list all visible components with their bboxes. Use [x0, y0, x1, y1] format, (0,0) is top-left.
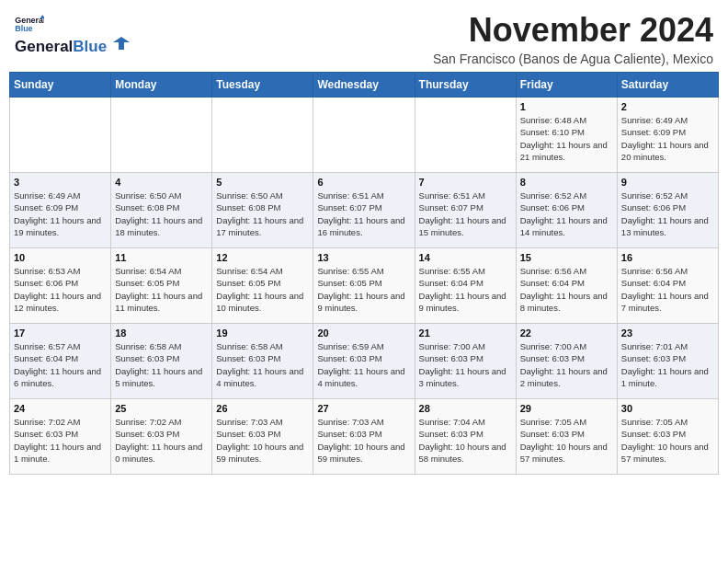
calendar-header: SundayMondayTuesdayWednesdayThursdayFrid… [10, 73, 719, 98]
day-info: Sunrise: 6:48 AM Sunset: 6:10 PM Dayligh… [520, 114, 613, 163]
day-number: 29 [520, 403, 613, 414]
calendar-cell: 29Sunrise: 7:05 AM Sunset: 6:03 PM Dayli… [516, 399, 617, 475]
calendar-cell: 1Sunrise: 6:48 AM Sunset: 6:10 PM Daylig… [516, 98, 617, 173]
calendar-cell: 9Sunrise: 6:52 AM Sunset: 6:06 PM Daylig… [617, 173, 718, 248]
day-info: Sunrise: 6:59 AM Sunset: 6:03 PM Dayligh… [317, 340, 410, 389]
calendar-cell [10, 98, 111, 173]
svg-text:Blue: Blue [15, 24, 32, 33]
calendar-cell: 11Sunrise: 6:54 AM Sunset: 6:05 PM Dayli… [111, 248, 212, 324]
calendar-cell: 22Sunrise: 7:00 AM Sunset: 6:03 PM Dayli… [516, 324, 617, 399]
day-info: Sunrise: 6:52 AM Sunset: 6:06 PM Dayligh… [621, 190, 714, 238]
day-number: 20 [317, 327, 410, 339]
calendar-body: 1Sunrise: 6:48 AM Sunset: 6:10 PM Daylig… [10, 98, 719, 475]
logo-bird-icon [113, 35, 130, 52]
day-number: 23 [621, 327, 714, 339]
day-info: Sunrise: 6:56 AM Sunset: 6:04 PM Dayligh… [621, 265, 714, 314]
calendar-week-row: 1Sunrise: 6:48 AM Sunset: 6:10 PM Daylig… [10, 98, 719, 173]
calendar-cell: 4Sunrise: 6:50 AM Sunset: 6:08 PM Daylig… [111, 173, 212, 248]
day-number: 4 [115, 177, 208, 188]
calendar-week-row: 3Sunrise: 6:49 AM Sunset: 6:09 PM Daylig… [10, 173, 719, 248]
calendar-cell [313, 98, 415, 173]
calendar-cell: 18Sunrise: 6:58 AM Sunset: 6:03 PM Dayli… [111, 324, 212, 399]
day-info: Sunrise: 7:04 AM Sunset: 6:03 PM Dayligh… [419, 416, 512, 465]
page-header: General Blue GeneralBlue November 2024 S… [0, 0, 728, 72]
calendar-cell [415, 98, 516, 173]
weekday-header-friday: Friday [516, 73, 617, 98]
day-info: Sunrise: 6:52 AM Sunset: 6:06 PM Dayligh… [520, 190, 613, 238]
calendar-cell: 5Sunrise: 6:50 AM Sunset: 6:08 PM Daylig… [212, 173, 313, 248]
calendar-cell: 2Sunrise: 6:49 AM Sunset: 6:09 PM Daylig… [617, 98, 718, 173]
calendar-cell: 6Sunrise: 6:51 AM Sunset: 6:07 PM Daylig… [313, 173, 415, 248]
logo-general: General [15, 38, 73, 55]
day-info: Sunrise: 7:03 AM Sunset: 6:03 PM Dayligh… [317, 416, 410, 465]
calendar-cell: 19Sunrise: 6:58 AM Sunset: 6:03 PM Dayli… [212, 324, 313, 399]
calendar-cell: 3Sunrise: 6:49 AM Sunset: 6:09 PM Daylig… [10, 173, 111, 248]
day-info: Sunrise: 6:55 AM Sunset: 6:05 PM Dayligh… [317, 265, 410, 314]
day-number: 25 [115, 403, 208, 414]
logo: General Blue GeneralBlue [15, 15, 130, 56]
calendar-cell: 24Sunrise: 7:02 AM Sunset: 6:03 PM Dayli… [10, 399, 111, 475]
day-number: 8 [520, 177, 613, 188]
day-number: 17 [14, 327, 107, 339]
day-number: 11 [115, 252, 208, 263]
day-number: 15 [520, 252, 613, 263]
day-number: 16 [621, 252, 714, 263]
calendar-week-row: 17Sunrise: 6:57 AM Sunset: 6:04 PM Dayli… [10, 324, 719, 399]
day-info: Sunrise: 6:49 AM Sunset: 6:09 PM Dayligh… [621, 114, 714, 163]
day-info: Sunrise: 6:56 AM Sunset: 6:04 PM Dayligh… [520, 265, 613, 314]
day-number: 18 [115, 327, 208, 339]
weekday-header-saturday: Saturday [617, 73, 718, 98]
day-number: 3 [14, 177, 107, 188]
calendar-cell [212, 98, 313, 173]
day-info: Sunrise: 7:00 AM Sunset: 6:03 PM Dayligh… [520, 340, 613, 389]
calendar-week-row: 10Sunrise: 6:53 AM Sunset: 6:06 PM Dayli… [10, 248, 719, 324]
day-number: 2 [621, 101, 714, 112]
calendar-cell: 20Sunrise: 6:59 AM Sunset: 6:03 PM Dayli… [313, 324, 415, 399]
day-info: Sunrise: 6:49 AM Sunset: 6:09 PM Dayligh… [14, 190, 107, 238]
logo-blue: Blue [73, 38, 107, 55]
day-info: Sunrise: 6:51 AM Sunset: 6:07 PM Dayligh… [419, 190, 512, 238]
day-number: 13 [317, 252, 410, 263]
weekday-header-thursday: Thursday [415, 73, 516, 98]
day-number: 7 [419, 177, 512, 188]
weekday-header-monday: Monday [111, 73, 212, 98]
day-info: Sunrise: 6:50 AM Sunset: 6:08 PM Dayligh… [115, 190, 208, 238]
day-info: Sunrise: 7:02 AM Sunset: 6:03 PM Dayligh… [14, 416, 107, 465]
day-number: 5 [216, 177, 309, 188]
day-info: Sunrise: 6:54 AM Sunset: 6:05 PM Dayligh… [115, 265, 208, 314]
day-number: 30 [621, 403, 714, 414]
calendar-cell: 17Sunrise: 6:57 AM Sunset: 6:04 PM Dayli… [10, 324, 111, 399]
day-info: Sunrise: 6:54 AM Sunset: 6:05 PM Dayligh… [216, 265, 309, 314]
day-number: 22 [520, 327, 613, 339]
calendar-cell: 7Sunrise: 6:51 AM Sunset: 6:07 PM Daylig… [415, 173, 516, 248]
day-info: Sunrise: 7:01 AM Sunset: 6:03 PM Dayligh… [621, 340, 714, 389]
day-info: Sunrise: 7:02 AM Sunset: 6:03 PM Dayligh… [115, 416, 208, 465]
calendar-cell: 10Sunrise: 6:53 AM Sunset: 6:06 PM Dayli… [10, 248, 111, 324]
calendar-container: SundayMondayTuesdayWednesdayThursdayFrid… [0, 72, 728, 484]
day-info: Sunrise: 6:50 AM Sunset: 6:08 PM Dayligh… [216, 190, 309, 238]
calendar-cell: 16Sunrise: 6:56 AM Sunset: 6:04 PM Dayli… [617, 248, 718, 324]
day-number: 24 [14, 403, 107, 414]
day-number: 21 [419, 327, 512, 339]
calendar-cell: 15Sunrise: 6:56 AM Sunset: 6:04 PM Dayli… [516, 248, 617, 324]
day-info: Sunrise: 6:51 AM Sunset: 6:07 PM Dayligh… [317, 190, 410, 238]
calendar-cell: 23Sunrise: 7:01 AM Sunset: 6:03 PM Dayli… [617, 324, 718, 399]
day-info: Sunrise: 6:53 AM Sunset: 6:06 PM Dayligh… [14, 265, 107, 314]
day-number: 19 [216, 327, 309, 339]
calendar-cell [111, 98, 212, 173]
month-title: November 2024 [433, 11, 713, 50]
weekday-header-wednesday: Wednesday [313, 73, 415, 98]
day-number: 9 [621, 177, 714, 188]
day-info: Sunrise: 6:58 AM Sunset: 6:03 PM Dayligh… [115, 340, 208, 389]
calendar-cell: 27Sunrise: 7:03 AM Sunset: 6:03 PM Dayli… [313, 399, 415, 475]
day-number: 26 [216, 403, 309, 414]
calendar-cell: 28Sunrise: 7:04 AM Sunset: 6:03 PM Dayli… [415, 399, 516, 475]
calendar-cell: 14Sunrise: 6:55 AM Sunset: 6:04 PM Dayli… [415, 248, 516, 324]
day-info: Sunrise: 6:58 AM Sunset: 6:03 PM Dayligh… [216, 340, 309, 389]
day-number: 28 [419, 403, 512, 414]
day-number: 10 [14, 252, 107, 263]
calendar-week-row: 24Sunrise: 7:02 AM Sunset: 6:03 PM Dayli… [10, 399, 719, 475]
day-info: Sunrise: 6:55 AM Sunset: 6:04 PM Dayligh… [419, 265, 512, 314]
weekday-header-sunday: Sunday [10, 73, 111, 98]
weekday-header-tuesday: Tuesday [212, 73, 313, 98]
